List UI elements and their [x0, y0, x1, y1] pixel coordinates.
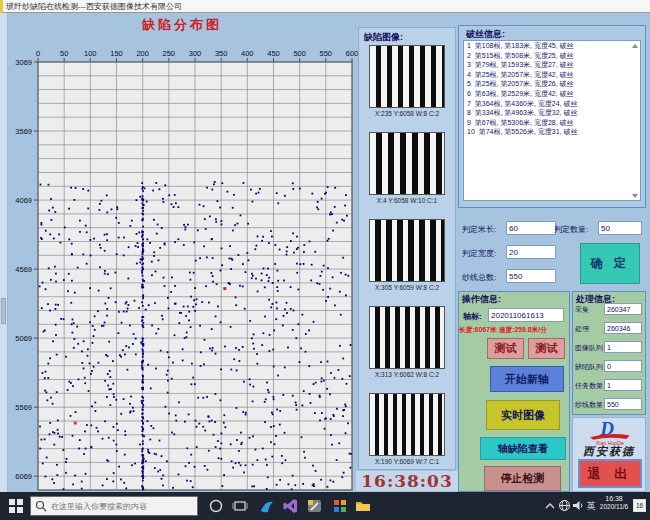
scroll-up-arrow[interactable]	[632, 44, 638, 48]
svg-text:4069: 4069	[15, 196, 32, 205]
stop-detection-button[interactable]: 停止检测	[484, 466, 561, 491]
app-red-icon[interactable]	[332, 498, 348, 514]
processing-field-value[interactable]	[604, 379, 642, 391]
svg-text:5069: 5069	[15, 334, 32, 343]
app-window: 玻纤纱缺陷在线检测---西安获德图像技术有限公司 缺陷分布图 050100150…	[0, 0, 650, 520]
processing-field-value[interactable]	[604, 303, 642, 315]
processing-field-label: 任务数量	[575, 381, 603, 391]
tools-icon[interactable]	[306, 498, 324, 514]
svg-text:500: 500	[293, 49, 306, 58]
svg-text:150: 150	[110, 49, 123, 58]
svg-text:4569: 4569	[15, 265, 32, 274]
svg-text:350: 350	[215, 49, 228, 58]
defect-image-caption: X:4 Y:6058 W:10 C:1	[358, 197, 456, 204]
notification-center-icon[interactable]: 16	[633, 499, 646, 512]
svg-text:100: 100	[84, 49, 97, 58]
defect-image-caption: X:235 Y:6058 W:8 C:2	[358, 110, 456, 117]
processing-field-value[interactable]	[604, 360, 642, 372]
test-button-2[interactable]: 测试	[528, 338, 565, 359]
defect-image[interactable]	[369, 306, 445, 369]
broken-list-item[interactable]: 10 第74根, 第5526米, 宽度31, 破丝	[464, 127, 640, 137]
processing-field-value[interactable]	[604, 322, 642, 334]
svg-text:5569: 5569	[15, 403, 32, 412]
svg-text:6069: 6069	[15, 472, 32, 481]
defect-scatter-plot: 0501001502002503003504004505005506003069…	[0, 48, 358, 492]
start-button[interactable]	[9, 499, 23, 513]
network-globe-icon[interactable]	[558, 499, 571, 512]
defect-image[interactable]	[369, 219, 445, 282]
processing-field-label: 图像队列	[575, 343, 603, 353]
param-label-meter-length: 判定米长:	[462, 224, 496, 235]
defect-image-block: X:4 Y:6058 W:10 C:1	[358, 132, 456, 219]
app-blue-icon[interactable]	[258, 498, 276, 514]
exit-button[interactable]: 退 出	[578, 459, 642, 488]
defect-image-caption: X:313 Y:6062 W:8 C:2	[358, 371, 456, 378]
defect-image[interactable]	[369, 393, 445, 456]
broken-list-item[interactable]: 7 第364根, 第4360米, 宽度24, 破丝	[464, 99, 640, 109]
defect-image[interactable]	[369, 45, 445, 108]
processing-field-label: 缺陷队列	[575, 362, 603, 372]
broken-list: 1 第108根, 第183米, 宽度45, 破丝2 第515根, 第508米, …	[463, 40, 641, 201]
live-image-button[interactable]: 实时图像	[486, 400, 560, 430]
chart-title: 缺陷分布图	[8, 16, 356, 34]
param-input-count[interactable]	[598, 221, 642, 235]
defect-image-block: X:235 Y:6058 W:8 C:2	[358, 45, 456, 132]
broken-list-item[interactable]: 4 第25根, 第2057米, 宽度42, 破丝	[464, 70, 640, 80]
search-icon	[34, 499, 48, 513]
defect-image-block: X:313 Y:6062 W:8 C:2	[358, 306, 456, 393]
broken-list-item[interactable]: 2 第515根, 第508米, 宽度25, 破丝	[464, 51, 640, 61]
test-button-1[interactable]: 测试	[487, 338, 524, 359]
defect-image-caption: X:190 Y:6069 W:7 C:1	[358, 458, 456, 465]
axis-id-label: 轴标:	[463, 311, 482, 322]
processing-field-label: 处理	[575, 324, 589, 334]
processing-field-label: 纱线数量	[575, 400, 603, 410]
processing-field-value[interactable]	[604, 341, 642, 353]
broken-list-item[interactable]: 9 第67根, 第5306米, 宽度28, 破丝	[464, 118, 640, 128]
window-icon	[0, 0, 3, 13]
svg-text:3069: 3069	[15, 58, 32, 67]
operation-header: 操作信息:	[462, 293, 501, 306]
defect-image-header: 缺陷图像:	[364, 31, 403, 44]
param-input-width[interactable]	[506, 245, 556, 259]
svg-text:250: 250	[163, 49, 176, 58]
confirm-button[interactable]: 确 定	[580, 243, 640, 284]
length-speed-status: 长度:6067米 速度:259.8米/分	[459, 325, 571, 335]
visual-studio-icon[interactable]	[282, 498, 300, 514]
broken-list-item[interactable]: 8 第334根, 第4963米, 宽度32, 破丝	[464, 108, 640, 118]
processing-field-value[interactable]	[604, 398, 642, 410]
taskbar-search[interactable]	[30, 496, 198, 516]
tray-chevron-up-icon[interactable]	[544, 502, 556, 510]
defect-image[interactable]	[369, 132, 445, 195]
axis-id-input[interactable]	[488, 308, 564, 322]
param-label-yarn-total: 纱线总数:	[462, 272, 496, 283]
start-new-axis-button[interactable]: 开始新轴	[490, 366, 564, 392]
param-label-count: 判定数量:	[554, 224, 588, 235]
axis-defect-view-button[interactable]: 轴缺陷查看	[480, 437, 566, 460]
volume-icon[interactable]	[572, 499, 585, 512]
param-input-yarn-total[interactable]	[506, 269, 556, 283]
tray-clock[interactable]: 16:38 2020/11/6	[596, 495, 632, 511]
window-titlebar: 玻纤纱缺陷在线检测---西安获德图像技术有限公司	[0, 0, 650, 13]
processing-field-label: 采集	[575, 305, 589, 315]
param-input-meter-length[interactable]	[506, 221, 556, 235]
cortana-icon[interactable]	[208, 498, 224, 514]
scroll-down-arrow[interactable]	[632, 194, 638, 198]
param-label-width: 判定宽度:	[462, 248, 496, 259]
broken-list-item[interactable]: 1 第108根, 第183米, 宽度45, 破丝	[464, 41, 640, 51]
svg-text:300: 300	[189, 49, 202, 58]
defect-image-block: X:305 Y:6059 W:8 C:2	[358, 219, 456, 306]
broken-list-item[interactable]: 3 第79根, 第1593米, 宽度27, 破丝	[464, 60, 640, 70]
time-display: 16:38:03	[356, 471, 458, 491]
broken-list-item[interactable]: 5 第25根, 第2057米, 宽度26, 破丝	[464, 79, 640, 89]
svg-text:450: 450	[267, 49, 280, 58]
defect-image-block: X:190 Y:6069 W:7 C:1	[358, 393, 456, 480]
svg-text:400: 400	[241, 49, 254, 58]
window-title: 玻纤纱缺陷在线检测---西安获德图像技术有限公司	[6, 1, 182, 12]
defect-image-caption: X:305 Y:6059 W:8 C:2	[358, 284, 456, 291]
svg-text:0: 0	[36, 49, 40, 58]
search-input[interactable]	[51, 502, 191, 511]
file-explorer-icon[interactable]	[354, 498, 372, 514]
task-view-icon[interactable]	[232, 498, 248, 514]
company-name: 西安获德	[574, 444, 644, 459]
broken-list-item[interactable]: 6 第63根, 第2529米, 宽度42, 破丝	[464, 89, 640, 99]
